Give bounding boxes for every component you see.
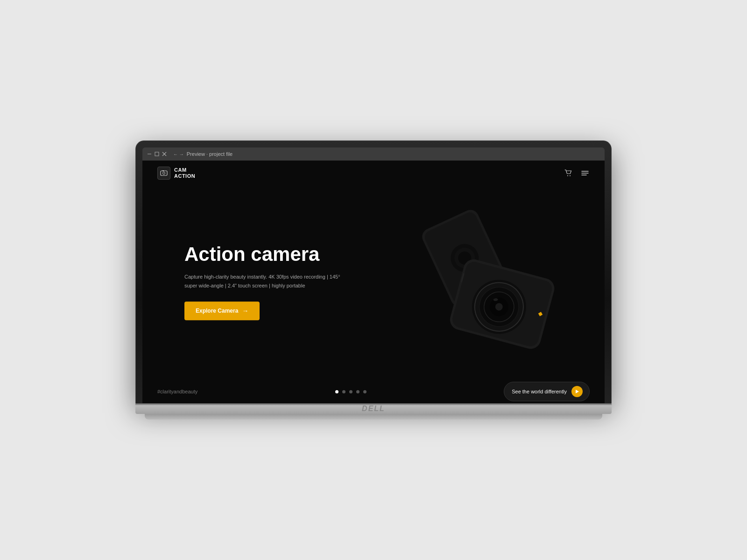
close-button[interactable] <box>162 152 167 156</box>
svg-point-5 <box>163 172 165 175</box>
dot-5[interactable] <box>363 390 366 393</box>
laptop-screen-area: ← → Preview · project file <box>135 140 612 404</box>
browser-titlebar: ← → Preview · project file <box>142 147 605 161</box>
navbar: CAM ACTION <box>142 161 605 186</box>
svg-rect-4 <box>161 171 167 175</box>
bottom-bar: #clarityandbeauty See the world differen… <box>142 380 605 403</box>
logo-icon <box>157 167 170 180</box>
hero-description: Capture high-clarity beauty instantly. 4… <box>184 273 352 290</box>
see-world-button[interactable]: See the world differently <box>504 382 590 401</box>
arrow-icon: → <box>242 307 248 315</box>
see-world-label: See the world differently <box>512 389 567 394</box>
explore-button-label: Explore Camera <box>196 308 238 314</box>
svg-marker-28 <box>576 390 579 393</box>
see-world-play-icon <box>571 386 583 397</box>
svg-rect-6 <box>162 170 164 171</box>
browser-tab-title: Preview · project file <box>187 151 233 157</box>
laptop-container: ← → Preview · project file <box>135 140 612 420</box>
nav-icons <box>564 168 590 178</box>
svg-point-8 <box>570 175 571 176</box>
dell-logo: DELL <box>362 405 385 413</box>
laptop-base: DELL <box>135 404 612 414</box>
hero-section: Action camera Capture high-clarity beaut… <box>184 244 352 320</box>
dot-4[interactable] <box>356 390 359 393</box>
svg-rect-1 <box>155 152 159 156</box>
hero-title: Action camera <box>184 244 352 265</box>
laptop-foot <box>145 414 602 420</box>
hashtag-label: #clarityandbeauty <box>157 389 197 394</box>
menu-icon[interactable] <box>580 168 590 178</box>
dot-3[interactable] <box>349 390 352 393</box>
logo-text: CAM ACTION <box>174 167 195 179</box>
nav-arrows: ← → <box>173 152 184 157</box>
svg-point-7 <box>567 175 568 176</box>
svg-rect-0 <box>148 154 151 154</box>
maximize-button[interactable] <box>155 152 159 156</box>
logo: CAM ACTION <box>157 167 195 180</box>
slide-dots <box>335 390 366 393</box>
website-content: CAM ACTION <box>142 161 605 403</box>
dot-1[interactable] <box>335 390 338 393</box>
browser-window: ← → Preview · project file <box>142 147 605 403</box>
explore-button[interactable]: Explore Camera → <box>184 301 260 320</box>
camera-image: ◆ <box>381 198 577 366</box>
minimize-button[interactable] <box>147 152 152 156</box>
cart-icon[interactable] <box>564 168 573 178</box>
dot-2[interactable] <box>342 390 345 393</box>
